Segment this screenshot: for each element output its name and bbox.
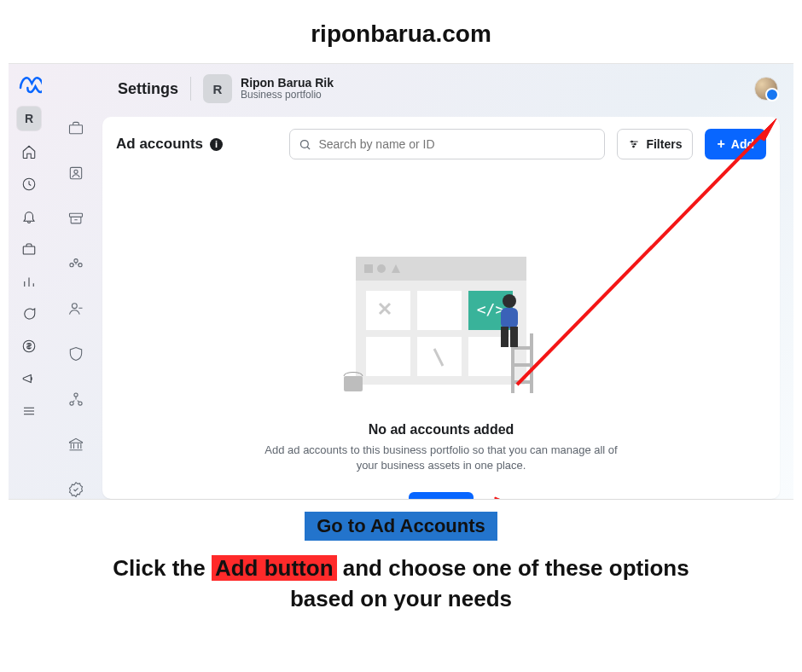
search-icon xyxy=(299,138,311,151)
clock-icon[interactable] xyxy=(18,173,40,195)
annotation-before: Click the xyxy=(113,555,212,581)
svg-point-14 xyxy=(301,140,309,148)
content-area: Settings R Ripon Barua Rik Business port… xyxy=(102,64,793,499)
filters-icon xyxy=(628,138,640,150)
svg-point-5 xyxy=(74,171,78,174)
svg-rect-27 xyxy=(366,337,410,376)
rail-portfolio-chip[interactable]: R xyxy=(17,107,41,130)
panel-title-text: Ad accounts xyxy=(116,136,203,153)
empty-description: Add ad accounts to this business portfol… xyxy=(262,443,620,473)
nav-user-minus-icon[interactable] xyxy=(65,299,87,319)
svg-rect-39 xyxy=(344,376,363,391)
svg-point-16 xyxy=(635,143,636,145)
search-input-wrapper[interactable] xyxy=(289,129,605,159)
nav-id-card-icon[interactable] xyxy=(65,164,87,183)
filters-label: Filters xyxy=(646,137,682,151)
nav-bank-icon[interactable] xyxy=(65,434,87,454)
bar-chart-icon[interactable] xyxy=(18,270,40,293)
portfolio-text: Ripon Barua Rik Business portfolio xyxy=(241,76,334,101)
svg-text:</>: </> xyxy=(477,300,505,318)
svg-point-21 xyxy=(377,264,386,273)
megaphone-icon[interactable] xyxy=(18,368,40,390)
info-icon[interactable]: i xyxy=(210,138,223,151)
svg-point-17 xyxy=(633,146,635,148)
svg-rect-38 xyxy=(510,327,518,347)
app-shell: R Settings R Ripon Barua Rik xyxy=(9,63,793,500)
annotation-after: and choose one of these options based on… xyxy=(290,555,689,611)
portfolio-subtitle: Business portfolio xyxy=(241,90,334,101)
settings-nav xyxy=(49,64,102,499)
panel-title: Ad accounts i xyxy=(116,136,223,153)
svg-rect-34 xyxy=(511,380,533,384)
portfolio-avatar: R xyxy=(203,74,232,103)
svg-marker-41 xyxy=(495,497,512,499)
svg-point-35 xyxy=(503,294,516,308)
plus-icon: + xyxy=(717,137,724,151)
svg-rect-3 xyxy=(70,125,83,134)
nav-archive-icon[interactable] xyxy=(65,209,87,229)
svg-point-7 xyxy=(74,259,78,263)
nav-briefcase-icon[interactable] xyxy=(65,119,87,138)
svg-point-13 xyxy=(74,393,78,397)
topbar: Settings R Ripon Barua Rik Business port… xyxy=(102,64,793,113)
svg-rect-1 xyxy=(23,246,35,254)
add-button[interactable]: + Add xyxy=(705,129,766,159)
settings-heading: Settings xyxy=(118,80,178,98)
nav-shield-icon[interactable] xyxy=(65,344,87,363)
svg-rect-37 xyxy=(501,327,509,347)
annotation-block: Go to Ad Accounts Click the Add button a… xyxy=(0,500,802,615)
svg-point-15 xyxy=(631,141,633,142)
add-label: Add xyxy=(731,137,754,151)
svg-rect-6 xyxy=(70,213,83,217)
portfolio-selector[interactable]: R Ripon Barua Rik Business portfolio xyxy=(203,74,334,103)
svg-rect-24 xyxy=(417,291,462,330)
topbar-divider xyxy=(190,77,191,101)
search-input[interactable] xyxy=(318,137,596,151)
svg-rect-20 xyxy=(364,264,373,273)
svg-point-9 xyxy=(78,264,82,267)
app-rail: R xyxy=(9,64,49,499)
meta-logo-icon[interactable] xyxy=(16,71,42,96)
svg-rect-33 xyxy=(511,363,533,367)
nav-people-icon[interactable] xyxy=(65,254,87,274)
home-icon[interactable] xyxy=(18,141,40,163)
dollar-icon[interactable] xyxy=(18,335,40,357)
empty-title: No ad accounts added xyxy=(369,422,514,437)
svg-point-10 xyxy=(72,304,77,309)
empty-illustration: </> xyxy=(330,248,552,410)
nav-share-icon[interactable] xyxy=(65,389,87,408)
panel-header: Ad accounts i Filters + Add xyxy=(102,117,780,171)
filters-button[interactable]: Filters xyxy=(617,129,693,159)
annotation-text: Click the Add button and choose one of t… xyxy=(94,553,708,615)
portfolio-name: Ripon Barua Rik xyxy=(241,76,334,90)
ad-accounts-panel: Ad accounts i Filters + Add xyxy=(102,117,780,499)
svg-rect-36 xyxy=(501,308,518,328)
annotation-pill: Go to Ad Accounts xyxy=(305,512,497,541)
nav-verified-icon[interactable] xyxy=(65,479,87,499)
bell-icon[interactable] xyxy=(18,206,40,228)
add-button-center[interactable]: + Add xyxy=(409,492,474,499)
user-avatar[interactable] xyxy=(754,77,778,101)
briefcase-icon[interactable] xyxy=(18,238,40,260)
svg-point-8 xyxy=(70,264,73,267)
empty-state: </> xyxy=(102,171,780,499)
page-source-title: riponbarua.com xyxy=(0,0,802,63)
annotation-highlight: Add button xyxy=(212,555,337,581)
chat-icon[interactable] xyxy=(18,303,40,325)
menu-icon[interactable] xyxy=(18,400,40,422)
